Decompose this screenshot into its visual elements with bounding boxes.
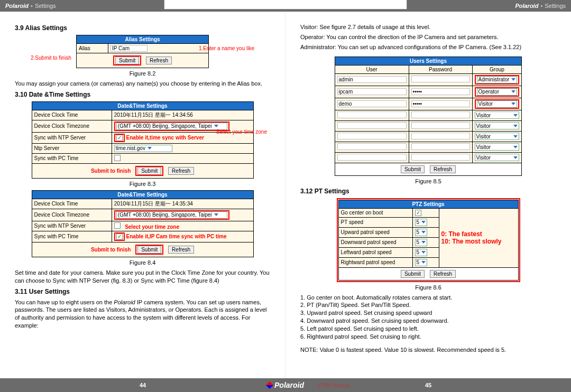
dt83-nsrv-label: Ntp Server: [32, 143, 112, 153]
password-input[interactable]: [411, 76, 470, 82]
users-settings-table: Users Settings User Password Group admin…: [335, 57, 522, 163]
user-input[interactable]: ipcam: [337, 88, 407, 95]
group-select[interactable]: Visitor: [477, 100, 518, 108]
ptz-row-label: PT speed: [338, 217, 412, 227]
table-row: ipcam•••••Operator: [335, 86, 522, 98]
users-submit-button[interactable]: Submit: [401, 165, 425, 173]
p-3-9: You may assign your camera (or cameras) …: [15, 80, 270, 88]
group-select[interactable]: Visitor: [475, 111, 520, 119]
dt83-ntp-anno: Enable it,time sync with Server: [126, 135, 204, 141]
password-input[interactable]: [411, 111, 470, 118]
group-select[interactable]: Visitor: [475, 122, 520, 129]
dt83-ntp-checkbox[interactable]: ✓: [116, 135, 123, 141]
intro-operator: Operator: You can control the direction …: [300, 33, 556, 41]
password-input[interactable]: [411, 154, 470, 161]
dt84-ntp-checkbox[interactable]: [114, 222, 121, 229]
footer-brand: Polaroid: [267, 381, 304, 389]
header-bar: Polaroid • Settings Polaroid • Settings: [0, 0, 571, 12]
ptz-row-label: Go center on boot: [338, 208, 412, 217]
list-item: 4. Downward patrol speed. Set cruising s…: [300, 317, 556, 325]
alias-refresh-button[interactable]: Refresh: [146, 57, 172, 64]
password-input[interactable]: •••••: [411, 88, 470, 95]
brand-sub-right: Settings: [545, 3, 566, 9]
table-row: Visitor: [335, 110, 522, 120]
ptz-anno-0: 0: The fastest: [441, 230, 516, 238]
chevron-down-icon: [511, 102, 515, 105]
footer-manual-label: IP300 Manual: [317, 382, 350, 388]
dt83-submit-button[interactable]: Submit: [137, 167, 161, 175]
intro-admin: Administrator: You can set up advanced c…: [300, 43, 556, 51]
user-input[interactable]: [337, 143, 407, 150]
dt83-ntpserver-select[interactable]: time.nist.gov: [114, 145, 172, 152]
ptz-note: NOTE: Value 0 is fastest speed. Value 10…: [300, 346, 556, 354]
dt83-pc-checkbox[interactable]: [114, 155, 121, 161]
user-input[interactable]: [337, 154, 407, 161]
password-input[interactable]: •••••: [411, 100, 470, 107]
dt84-refresh-button[interactable]: Refresh: [168, 246, 194, 254]
user-input[interactable]: admin: [337, 76, 407, 83]
sec-3-9-title: 3.9 Alias Settings: [15, 24, 270, 32]
dt84-select-zone-anno: Select your time zone: [125, 224, 179, 230]
ptz-submit-button[interactable]: Submit: [401, 270, 425, 278]
dt83-dtz-label: Device Clock Timezone: [32, 120, 112, 132]
ptz-checkbox[interactable]: ✓: [415, 210, 421, 216]
dt84-pc-label: Sync with PC Time: [32, 231, 112, 242]
chevron-down-icon: [421, 241, 426, 244]
password-input[interactable]: [411, 133, 470, 139]
user-input[interactable]: demo: [337, 100, 407, 107]
group-select[interactable]: Visitor: [475, 133, 520, 140]
group-select[interactable]: Visitor: [475, 154, 520, 161]
chevron-down-icon: [148, 147, 152, 150]
password-input[interactable]: [411, 143, 470, 150]
alias-submit-button[interactable]: Submit: [115, 57, 139, 64]
dt84-timezone-select[interactable]: (GMT +08:00) Beijing, Singapore, Taipei: [116, 211, 227, 219]
group-select[interactable]: Visitor: [475, 143, 520, 151]
list-item: 5. Left patrol speed. Set cruising speed…: [300, 325, 556, 333]
ptz-speed-select[interactable]: 5: [415, 229, 428, 236]
brand-left: Polaroid: [5, 3, 29, 9]
polaroid-logo-icon: [266, 381, 273, 389]
list-item: 3. Upward patrol speed. Set cruising spe…: [300, 309, 556, 317]
user-input[interactable]: [337, 133, 407, 139]
dt84-pc-checkbox[interactable]: ✓: [116, 234, 123, 240]
table-row: Visitor: [335, 152, 522, 163]
dt83-refresh-button[interactable]: Refresh: [168, 167, 194, 175]
brand-sep-left: •: [31, 3, 33, 9]
page-45: Visitor: See figure 2.7 details of usage…: [286, 12, 571, 378]
chevron-down-icon: [421, 231, 426, 234]
ptz-row-label: Upward patrol speed: [338, 227, 412, 237]
ptz-row-label: Rightward patrol speed: [338, 257, 412, 267]
dt83-title: Date&Time Settings: [32, 101, 253, 110]
chevron-down-icon: [513, 125, 518, 127]
user-input[interactable]: [337, 111, 407, 118]
chevron-down-icon: [511, 90, 515, 93]
ptz-title: PTZ Settings: [338, 200, 518, 208]
dt84-submit-button[interactable]: Submit: [137, 246, 161, 254]
dt83-pc-label: Sync with PC Time: [32, 153, 112, 163]
alias-input[interactable]: IP Cam: [110, 45, 148, 52]
datetime-table-84: Date&Time Settings Device Clock Time 201…: [32, 190, 254, 257]
ptz-speed-select[interactable]: 5: [415, 249, 428, 256]
chevron-down-icon: [214, 125, 218, 127]
user-input[interactable]: [337, 122, 407, 129]
group-select[interactable]: Operator: [477, 88, 518, 96]
ptz-row-label: Leftward patrol speed: [338, 247, 412, 257]
list-item: 2. PT (Pan/Tilt) Speed. Set Pan/Tilt Spe…: [300, 301, 556, 309]
ptz-speed-select[interactable]: 5: [415, 259, 428, 266]
chevron-down-icon: [513, 146, 518, 148]
ptz-refresh-button[interactable]: Refresh: [430, 270, 456, 278]
sec-3-12-title: 3.12 PT Settings: [300, 188, 556, 195]
table-row: Visitor: [335, 120, 522, 131]
dt83-timezone-select[interactable]: (GMT +08:00) Beijing, Singapore, Taipei: [116, 123, 227, 130]
brand-sub-left: Settings: [35, 3, 56, 9]
alias-settings-table: Alias Settings Alias IP Cam Submit Refre…: [76, 35, 209, 68]
dt83-dct-value: 2010年11月15日 星期一 14:34:56: [112, 110, 253, 120]
ptz-speed-select[interactable]: 5: [415, 239, 428, 246]
group-select[interactable]: Administrator: [477, 76, 518, 83]
ptz-speed-select[interactable]: 5: [415, 219, 428, 226]
password-input[interactable]: [411, 122, 470, 129]
dt84-dct-value: 2010年11月15日 星期一 14:35:34: [112, 199, 253, 209]
dt83-submit-anno: Submit to finish: [91, 168, 131, 174]
dt83-ntp-label: Sync with NTP Server: [32, 132, 112, 143]
users-refresh-button[interactable]: Refresh: [430, 165, 456, 173]
